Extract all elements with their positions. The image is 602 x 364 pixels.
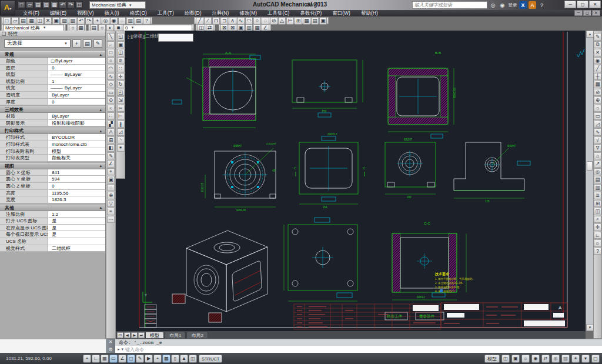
save-icon[interactable]: ▤: [34, 1, 42, 9]
powersnap-icon[interactable]: ▤: [561, 355, 570, 363]
property-row[interactable]: 线型 ——— ByLayer: [0, 71, 105, 78]
tab-model[interactable]: 模型: [145, 332, 164, 338]
section-header[interactable]: 打印样式▴: [0, 128, 105, 134]
property-row[interactable]: 阴影显示 投射和接收阴影: [0, 120, 105, 127]
view-center-plan[interactable]: 230±0.2 C C 164: [294, 133, 366, 209]
save-icon[interactable]: ▤: [19, 17, 27, 25]
infer-constraints-toggle[interactable]: +: [83, 355, 91, 363]
leader-icon[interactable]: ↗: [594, 160, 601, 168]
cut-icon[interactable]: ✕: [44, 17, 52, 25]
property-row[interactable]: 材质 ByLayer: [0, 113, 105, 120]
tpy-toggle[interactable]: ▲: [180, 355, 188, 363]
zoom-status-icon[interactable]: ◎: [551, 355, 560, 363]
rectangle-icon[interactable]: □: [107, 49, 115, 56]
otrack-toggle[interactable]: ▶: [145, 355, 153, 363]
ellipse-icon[interactable]: ▭: [107, 89, 115, 96]
menu-item[interactable]: 格式(O): [125, 10, 152, 16]
copy-icon[interactable]: ▣: [117, 41, 125, 49]
property-row[interactable]: 厚度 0: [0, 99, 105, 106]
command-prompt-icon[interactable]: ▸: [118, 347, 120, 352]
close-button[interactable]: ✕: [589, 1, 601, 8]
polygon-icon[interactable]: ◇: [107, 81, 115, 88]
menu-item[interactable]: 窗口(W): [327, 10, 356, 16]
edit-icon[interactable]: ✎: [107, 152, 115, 160]
mirror-icon[interactable]: ◫: [117, 49, 125, 56]
tab-first-icon[interactable]: ⏮: [117, 332, 123, 338]
view-bottom-plan[interactable]: [284, 218, 357, 301]
multiline-icon[interactable]: ≡: [107, 208, 115, 215]
plot-icon[interactable]: ▦: [51, 1, 58, 9]
tab-prev-icon[interactable]: ◀: [124, 332, 131, 338]
help-icon[interactable]: ?: [143, 17, 150, 25]
new-icon[interactable]: □: [18, 1, 25, 9]
zoom-icon[interactable]: ⌕: [594, 216, 601, 223]
redo-icon[interactable]: ↷: [67, 1, 75, 9]
property-row[interactable]: 线宽 ——— ByLayer: [0, 85, 105, 92]
osnap3d-toggle[interactable]: ✎: [136, 355, 144, 363]
view-icon[interactable]: ◫: [594, 208, 601, 215]
hatch-icon[interactable]: ▦: [303, 17, 310, 25]
hole-icon[interactable]: ○: [594, 105, 601, 112]
property-row[interactable]: 打开 UCS 图标 是: [0, 218, 105, 225]
lwt-toggle[interactable]: ▯: [171, 355, 179, 363]
select-objects-icon[interactable]: ▤: [83, 39, 92, 48]
block-icon[interactable]: ⊞: [107, 136, 115, 144]
workspace-dropdown[interactable]: Mechanical 经典▼: [89, 1, 146, 9]
paste-icon[interactable]: ▨: [61, 17, 68, 25]
search-input[interactable]: [412, 1, 487, 9]
wipeout-icon[interactable]: ▽: [107, 200, 115, 208]
welding-icon[interactable]: ⌂: [594, 152, 601, 160]
swap-icon[interactable]: ⇄: [541, 355, 550, 363]
clean-screen-icon[interactable]: ▢: [591, 355, 600, 363]
tab-next-icon[interactable]: ▶: [131, 332, 138, 338]
trim-icon[interactable]: ✂: [117, 105, 125, 112]
property-row[interactable]: 图层 0: [0, 65, 105, 72]
menu-item[interactable]: 工具集(C): [262, 10, 295, 16]
section-header[interactable]: 视图▴: [0, 163, 105, 169]
center-mark-icon[interactable]: ⌖: [107, 168, 115, 176]
apps-icon[interactable]: A: [529, 1, 536, 9]
erase-icon[interactable]: ◱: [117, 33, 125, 41]
undo-icon[interactable]: ↶: [59, 1, 66, 9]
scrollbar-thumb[interactable]: [587, 161, 593, 171]
quick-select-icon[interactable]: ✎: [93, 39, 102, 48]
multiline-icon[interactable]: ⊓: [212, 17, 220, 25]
surface-icon[interactable]: ∇: [594, 144, 601, 152]
property-row[interactable]: 打印样式 BYCOLOR: [0, 134, 105, 141]
donut-icon[interactable]: ◌: [107, 184, 115, 192]
menu-item[interactable]: 参数化(P): [295, 10, 327, 16]
stamp-boxes[interactable]: 精密工件 重要部件: [385, 312, 444, 320]
property-row[interactable]: 打印表类型 颜色相关: [0, 155, 105, 162]
view-top-middle[interactable]: 150: [292, 60, 363, 117]
signin-label[interactable]: 登录: [508, 2, 517, 8]
dyn-toggle[interactable]: ▩: [162, 355, 170, 363]
property-row[interactable]: 在原点显示 UCS 图标 是: [0, 225, 105, 232]
grid-toggle[interactable]: ▦: [101, 355, 109, 363]
command-grab-bar[interactable]: ✕ ⚙: [106, 339, 115, 353]
angle-icon[interactable]: ∠: [107, 160, 115, 168]
property-row[interactable]: 高度 1195.56: [0, 190, 105, 197]
tab-last-icon[interactable]: ⏭: [138, 332, 145, 338]
quick-view-layouts-icon[interactable]: ◫: [501, 355, 510, 363]
group-icon[interactable]: ⊞: [594, 200, 601, 208]
command-history[interactable]: 命令: '_.zoom _e: [115, 339, 602, 346]
centerline-icon[interactable]: ┼: [594, 73, 601, 81]
wave-icon[interactable]: ≈: [107, 105, 115, 112]
rotate-icon[interactable]: ↻: [117, 81, 125, 88]
table-icon[interactable]: ▤: [311, 17, 319, 25]
chamfer-icon[interactable]: ◿: [594, 121, 601, 128]
revision-mini-table[interactable]: [145, 305, 156, 328]
make-block-icon[interactable]: ⊞: [295, 17, 302, 25]
balloon-icon[interactable]: ◎: [594, 168, 601, 176]
menu-item[interactable]: 视图(V): [72, 10, 99, 16]
settings-icon[interactable]: ☼: [594, 239, 601, 247]
open-icon[interactable]: ▱: [26, 1, 34, 9]
doc-restore-button[interactable]: ◻: [583, 10, 591, 16]
section-header[interactable]: 三维效果▴: [0, 106, 105, 113]
move-icon[interactable]: ✛: [117, 73, 125, 81]
symbol-icon[interactable]: √: [594, 136, 601, 144]
osnap-toggle[interactable]: ▢: [127, 355, 135, 363]
ucs-icon[interactable]: ∟: [594, 232, 601, 239]
search-icon[interactable]: ◎: [489, 1, 497, 9]
application-menu-button[interactable]: A▾: [0, 0, 15, 15]
